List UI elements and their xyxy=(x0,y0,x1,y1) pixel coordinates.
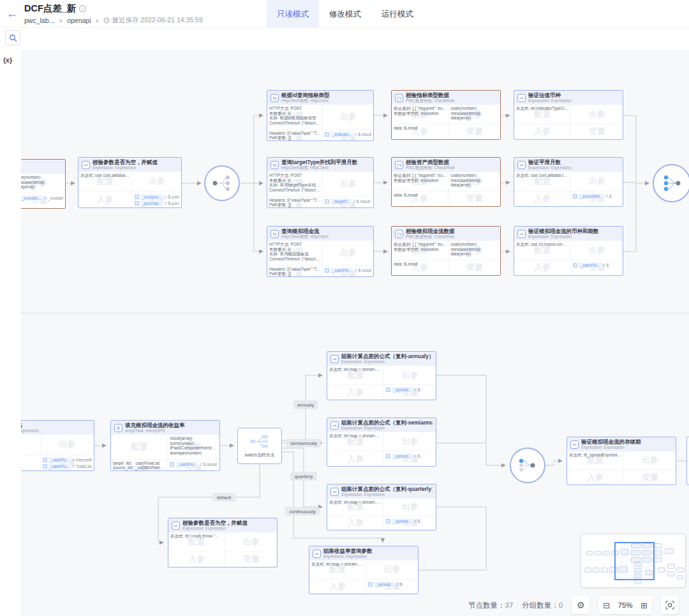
mapping-expression: = Duration xyxy=(72,470,91,470)
node-config-line: Headers: [{"valueType":"Text","h... xyxy=(269,198,320,203)
flow-node-stub[interactable] xyxy=(686,437,689,485)
api-group-select[interactable]: openapi xyxy=(67,17,91,24)
back-button[interactable]: ← xyxy=(0,0,24,28)
variables-watermark: 变量 xyxy=(571,124,623,139)
node-variables-quadrant: 变量_cashFlo...= $ xyxy=(570,260,623,275)
mapping-icon xyxy=(386,454,390,458)
info-icon[interactable]: i xyxy=(79,5,86,12)
mapping-row: _targetT...= $.result.data xyxy=(325,199,371,204)
flow-node[interactable]: ≔ 验证平滑月数 Expression: Expression 配置表达式: u… xyxy=(514,157,623,207)
output-watermark: 出参 xyxy=(571,105,623,124)
node-config-line: 表达式: let map = stream.map()... xyxy=(311,562,364,567)
zoom-in-button[interactable]: ⊞ xyxy=(641,601,648,610)
node-body: 配置表达式: use com.alibaba.fastjson... 出参 入参… xyxy=(78,172,181,207)
workspace-select[interactable]: pwc_lab... xyxy=(24,17,54,24)
tab-run-mode[interactable]: 运行模式 xyxy=(371,0,424,28)
node-title: 填充模拟现金流的收益率 xyxy=(125,422,185,428)
node-config-quadrant: 配置表达式: use com.alibaba.fastjson... xyxy=(514,172,570,191)
flow-node[interactable]: ≔ 组装计算点差的公式（复利-annualy） Expression: Expr… xyxy=(327,351,436,400)
mapping-row: _spread...= $ xyxy=(386,387,434,393)
node-subtitle: Expression: Expression xyxy=(93,165,158,170)
node-subtitle: PWC数据校验: CheckRule xyxy=(406,165,455,170)
chevron-down-icon[interactable]: ∨ xyxy=(59,18,63,24)
tab-edit-mode[interactable]: 修改模式 xyxy=(319,0,371,28)
mapping-expression: = $.result xyxy=(200,462,217,467)
node-config-line: message(string) xyxy=(450,178,498,183)
node-output-quadrant: 出参code(number)message(string)data(array) xyxy=(448,241,500,260)
fit-view-button[interactable] xyxy=(661,596,679,614)
node-body: 配置验证规则: [ { "required": tru...失败处理方式: ex… xyxy=(392,172,500,206)
zoom-out-button[interactable]: ⊟ xyxy=(603,601,610,610)
minimap[interactable] xyxy=(581,534,686,588)
mapping-row: _compou...= $.compoun... xyxy=(135,194,179,200)
flow-node[interactable]: ƒx 校验模拟现金流数据 PWC数据校验: CheckRule 配置验证规则: … xyxy=(391,226,501,276)
flow-node[interactable]: ≔ 组装计算点差的公式（复利-quarterly） Expression: Ex… xyxy=(327,484,436,530)
flow-node[interactable]: ≔ 验证估值币种 Expression: Expression 配置表达式: l… xyxy=(514,90,623,140)
mapping-expression: = $ xyxy=(414,387,420,393)
node-config-quadrant: 配置表达式: use cn.hutool.core.date... xyxy=(514,241,570,260)
node-config-line: message(string) xyxy=(450,247,498,252)
mapping-expression: = $.result.data xyxy=(355,131,371,137)
search-icon xyxy=(9,34,17,42)
mapping-variable: _compou... xyxy=(140,194,163,200)
mapping-icon xyxy=(573,194,577,199)
node-config-line: 表达式: let indicatorTypeObj = _i... xyxy=(516,106,568,111)
node-title: switch流程分支 xyxy=(244,452,274,458)
fit-view-icon xyxy=(665,601,674,610)
node-input-quadrant: 入参data: $.result xyxy=(392,260,448,275)
flow-node[interactable]: ≔ 验证模拟现金流的存续期 Expression: Expression 配置表… xyxy=(567,437,676,485)
mapping-row: _cashFlo...= $.result xyxy=(170,462,218,467)
node-config-quadrant: 配置HTTP方法: POST失败重试: 0名称: 查询模拟现金流ConnectT… xyxy=(267,241,322,265)
branch-label: continuously xyxy=(285,507,320,516)
node-variables-quadrant: 变量_compou...= $.compoun..._purchas...= $… xyxy=(132,192,181,207)
parallel-split-node[interactable] xyxy=(204,165,240,201)
node-title: 验证估值币种 xyxy=(528,92,572,98)
node-body: 配置表达式: if(_spreadExpression == ... 出参 入参… xyxy=(567,451,676,485)
node-variables-quadrant: 变量_targetT...= $.result.data xyxy=(322,196,373,208)
node-config-line: target_x_field: Duration xyxy=(113,470,165,471)
node-subtitle: HttpClient调用: HttpClient xyxy=(281,98,330,103)
flow-node[interactable]: ≔ 验证模拟现金流的币种和期数 Expression: Expression 配… xyxy=(514,226,623,276)
parallel-merge-node[interactable] xyxy=(653,164,689,202)
output-watermark: 出参 xyxy=(571,241,623,260)
node-subtitle: Expression: Expression xyxy=(528,165,572,170)
mapping-icon xyxy=(43,458,47,462)
branch-merge-node[interactable] xyxy=(510,447,545,483)
page-title: DCF点差_新 xyxy=(24,3,76,15)
flow-node[interactable]: ƒx 校验资产类型数据 PWC数据校验: CheckRule 配置验证规则: [… xyxy=(391,157,501,207)
node-subtitle: HttpClient调用: HttpClient xyxy=(281,234,329,239)
search-button[interactable] xyxy=(5,30,20,45)
node-header: ⇆ 根据id查询指标类型 HttpClient调用: HttpClient xyxy=(267,91,373,105)
mapping-row: _smoothM...= $ xyxy=(573,193,621,199)
flow-node[interactable]: ƒx 校验指标类型数据 PWC数据校验: CheckRule 配置验证规则: [… xyxy=(391,90,501,140)
minimap-node-shape xyxy=(584,567,591,573)
flow-node[interactable]: ≔ 校验参数是否为空，并赋值 Expression: Expression 配置… xyxy=(78,157,182,208)
node-title: 组装收益率查询参数 xyxy=(323,548,373,554)
node-header: ƒx 校验资产类型数据 PWC数据校验: CheckRule xyxy=(392,158,500,172)
node-variables-quadrant: 变量 xyxy=(225,552,277,567)
variables-watermark: 变量 xyxy=(448,124,500,139)
chevron-down-icon[interactable]: ∨ xyxy=(96,18,100,24)
settings-button[interactable]: ⚙ xyxy=(572,596,589,614)
flow-node[interactable]: ≔ 校验参数是否为空，并赋值 Expression: Expression 配置… xyxy=(168,518,278,567)
flow-node[interactable]: ⇆ 查询模拟现金流 HttpClient调用: HttpClient 配置HTT… xyxy=(267,226,374,277)
flow-node[interactable]: ≔ 组装收益率查询参数 Expression: Expression 配置表达式… xyxy=(309,546,419,594)
breadcrumb: pwc_lab... ∨ openapi ∨ 最近保存 2022-06-21 1… xyxy=(24,16,203,25)
minimap-viewport[interactable] xyxy=(614,542,655,580)
mapping-variable: _spread... xyxy=(392,453,413,459)
node-type-icon: ≔ xyxy=(517,161,526,169)
global-variables-button[interactable]: {x} xyxy=(3,56,21,64)
flow-node[interactable]: ≣ 填充模拟现金流的收益率 scriptTask: interpOPS 配置 出… xyxy=(110,420,220,471)
flow-node[interactable]: ⇆ 查询targetType并找到平滑月数 HttpClient调用: Http… xyxy=(267,157,374,208)
flow-canvas[interactable]: {x} 节点数量：37 分组数量：0 ⚙ ⊟ 75% ⊞ ƒx 配置验证规则: … xyxy=(0,50,689,616)
node-config-quadrant: 配置表达式: let map = stream.map()... xyxy=(327,499,383,516)
mapping-variable: _cashFlo... xyxy=(48,463,71,469)
tab-readonly-mode[interactable]: 只读模式 xyxy=(267,0,319,28)
node-input-quadrant: 入参 xyxy=(327,384,383,400)
flow-node[interactable]: ⇆ 根据id查询指标类型 HttpClient调用: HttpClient 配置… xyxy=(267,90,374,141)
node-output-quadrant: 出参 xyxy=(383,432,436,451)
node-header: ≔ 验证估值币种 Expression: Expression xyxy=(514,91,623,105)
flow-node-switch[interactable]: switch流程分支 xyxy=(237,428,282,464)
node-header: ≔ 组装计算点差的公式（复利-annualy） Expression: Expr… xyxy=(327,352,436,366)
flow-node[interactable]: ≔ 组装计算点差的公式（复利-semiannualy） Expression: … xyxy=(327,417,436,467)
